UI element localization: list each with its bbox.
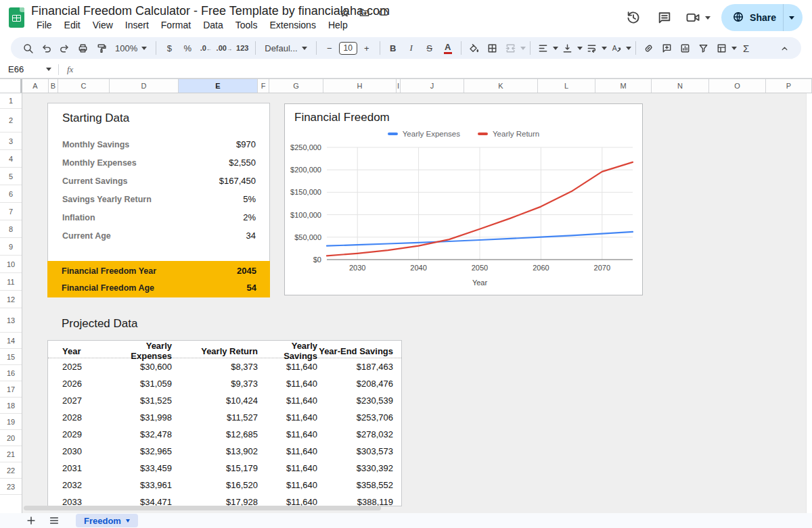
- insert-comment-icon[interactable]: [658, 39, 676, 57]
- table-row[interactable]: 2025$30,600$8,373$11,640$187,463: [48, 358, 401, 375]
- text-wrap-icon[interactable]: [583, 39, 601, 57]
- zoom-select[interactable]: 100%: [110, 39, 152, 57]
- table-row[interactable]: 2026$31,059$9,373$11,640$208,476: [48, 375, 401, 392]
- borders-icon[interactable]: [484, 39, 501, 57]
- starting-data-item-0[interactable]: Monthly Savings$970: [48, 135, 269, 153]
- table-views-icon[interactable]: [713, 39, 731, 57]
- insert-chart-icon[interactable]: [677, 39, 694, 57]
- row-header-4[interactable]: 4: [0, 150, 22, 168]
- row-header-1[interactable]: 1: [0, 93, 22, 109]
- cloud-status-icon[interactable]: [378, 6, 390, 18]
- horizontal-align-icon[interactable]: [535, 39, 552, 57]
- row-header-17[interactable]: 17: [0, 381, 22, 398]
- increase-font-size-button[interactable]: +: [358, 39, 376, 57]
- column-header-F[interactable]: F: [258, 79, 269, 93]
- search-icon[interactable]: [19, 39, 37, 57]
- print-icon[interactable]: [74, 39, 91, 57]
- video-call-icon[interactable]: [682, 4, 704, 31]
- text-rotation-icon[interactable]: A: [608, 39, 625, 57]
- column-header-P[interactable]: P: [766, 79, 812, 93]
- menu-view[interactable]: View: [87, 18, 118, 32]
- video-call-dropdown-icon[interactable]: [705, 16, 710, 20]
- select-all-corner[interactable]: [0, 79, 22, 93]
- row-header-19[interactable]: 19: [0, 414, 22, 430]
- decrease-decimal-button[interactable]: .0←: [197, 39, 215, 57]
- sheet-tab-freedom[interactable]: Freedom: [76, 514, 138, 527]
- column-header-M[interactable]: M: [595, 79, 652, 93]
- all-sheets-icon[interactable]: [45, 514, 64, 527]
- currency-format-button[interactable]: $: [160, 39, 178, 57]
- row-header-22[interactable]: 22: [0, 462, 22, 479]
- row-header-12[interactable]: 12: [0, 291, 22, 308]
- column-header-H[interactable]: H: [323, 79, 397, 93]
- starting-data-item-4[interactable]: Inflation2%: [48, 208, 269, 226]
- row-header-18[interactable]: 18: [0, 398, 22, 414]
- increase-decimal-button[interactable]: .00→: [215, 39, 233, 57]
- column-header-D[interactable]: D: [110, 79, 179, 93]
- bold-button[interactable]: B: [384, 39, 402, 57]
- text-rotation-dropdown-icon[interactable]: [626, 47, 631, 50]
- sheet-canvas[interactable]: Starting Data Monthly Savings$970Monthly…: [22, 93, 807, 513]
- sheet-tab-menu-icon[interactable]: [126, 519, 130, 523]
- starting-data-item-1[interactable]: Monthly Expenses$2,550: [48, 153, 269, 172]
- undo-icon[interactable]: [37, 39, 55, 57]
- row-header-21[interactable]: 21: [0, 446, 22, 462]
- table-row[interactable]: 2030$32,965$13,902$11,640$303,573: [48, 443, 401, 460]
- vertical-align-dropdown-icon[interactable]: [577, 47, 583, 50]
- functions-button[interactable]: Σ: [738, 39, 755, 57]
- row-header-5[interactable]: 5: [0, 168, 22, 185]
- horizontal-align-dropdown-icon[interactable]: [553, 47, 558, 50]
- starting-data-item-2[interactable]: Current Savings$167,450: [48, 172, 269, 190]
- table-views-dropdown-icon[interactable]: [731, 47, 737, 50]
- comments-icon[interactable]: [651, 4, 678, 31]
- column-header-C[interactable]: C: [58, 79, 110, 93]
- menu-data[interactable]: Data: [198, 18, 229, 32]
- row-header-23[interactable]: 23: [0, 479, 22, 495]
- column-header-N[interactable]: N: [652, 79, 709, 93]
- decrease-font-size-button[interactable]: −: [321, 39, 338, 57]
- row-header-8[interactable]: 8: [0, 220, 22, 238]
- version-history-icon[interactable]: [620, 4, 647, 31]
- strikethrough-button[interactable]: S: [421, 39, 438, 57]
- highlight-item-0[interactable]: Financial Freedom Year2045: [47, 262, 270, 279]
- row-header-7[interactable]: 7: [0, 203, 22, 220]
- row-header-20[interactable]: 20: [0, 430, 22, 446]
- table-row[interactable]: 2031$33,459$15,179$11,640$330,392: [48, 460, 401, 477]
- row-header-2[interactable]: 2: [0, 109, 22, 133]
- name-box-dropdown-icon[interactable]: [46, 68, 51, 71]
- percent-format-button[interactable]: %: [179, 39, 196, 57]
- column-header-O[interactable]: O: [709, 79, 766, 93]
- column-header-E[interactable]: E: [179, 79, 258, 93]
- column-header-B[interactable]: B: [49, 79, 58, 93]
- table-row[interactable]: 2032$33,961$16,520$11,640$358,552: [48, 477, 401, 494]
- link-icon[interactable]: [640, 39, 658, 57]
- share-dropdown-icon[interactable]: [784, 4, 803, 31]
- paint-format-icon[interactable]: [92, 39, 110, 57]
- add-sheet-icon[interactable]: [22, 514, 41, 527]
- menu-insert[interactable]: Insert: [120, 18, 154, 32]
- menu-help[interactable]: Help: [323, 18, 353, 32]
- row-header-9[interactable]: 9: [0, 238, 22, 256]
- name-box[interactable]: E66: [0, 64, 45, 74]
- table-row[interactable]: 2028$31,998$11,527$11,640$253,706: [48, 409, 401, 426]
- italic-button[interactable]: I: [403, 39, 420, 57]
- formula-input[interactable]: [73, 61, 812, 78]
- vertical-scrollbar[interactable]: [806, 93, 812, 513]
- font-size-input[interactable]: 10: [339, 42, 357, 55]
- more-formats-button[interactable]: 123: [233, 39, 251, 57]
- text-wrap-dropdown-icon[interactable]: [602, 47, 607, 50]
- star-icon[interactable]: [338, 6, 351, 18]
- row-header-14[interactable]: 14: [0, 333, 22, 349]
- move-folder-icon[interactable]: [358, 6, 370, 18]
- filter-icon[interactable]: [695, 39, 713, 57]
- row-header-3[interactable]: 3: [0, 133, 22, 150]
- row-header-13[interactable]: 13: [0, 308, 22, 333]
- font-family-select[interactable]: Defaul...: [260, 39, 311, 57]
- menu-format[interactable]: Format: [156, 18, 196, 32]
- merge-cells-icon[interactable]: [502, 39, 520, 57]
- column-header-A[interactable]: A: [22, 79, 49, 93]
- share-button[interactable]: Share: [721, 4, 803, 31]
- menu-file[interactable]: File: [31, 18, 58, 32]
- starting-data-item-3[interactable]: Savings Yearly Return5%: [48, 190, 269, 208]
- text-color-button[interactable]: A: [439, 39, 457, 57]
